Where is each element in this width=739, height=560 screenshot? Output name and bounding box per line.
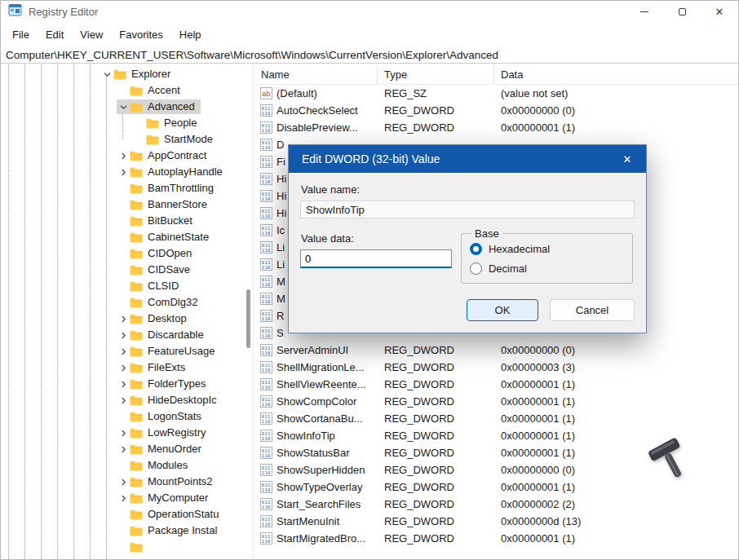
- chevron-icon[interactable]: [117, 329, 130, 342]
- tree-item-mycomputer[interactable]: MyComputer: [1, 490, 253, 506]
- dword-value-icon: 011 110: [260, 515, 272, 527]
- tree-item-appcontract[interactable]: AppContract: [1, 148, 253, 164]
- menu-item-edit[interactable]: Edit: [38, 25, 72, 44]
- chevron-icon[interactable]: [117, 459, 130, 472]
- maximize-button[interactable]: [663, 1, 701, 22]
- column-header-name[interactable]: Name: [255, 64, 378, 84]
- menu-item-view[interactable]: View: [72, 25, 111, 44]
- list-row-shellmigrationle[interactable]: ab 011 110 ShellMigrationLe... REG_DWORD…: [255, 359, 738, 376]
- list-row-serveradminui[interactable]: ab 011 110 ServerAdminUI REG_DWORD 0x000…: [255, 342, 738, 359]
- chevron-icon[interactable]: [117, 524, 130, 537]
- tree-item-bitbucket[interactable]: BitBucket: [1, 213, 253, 229]
- chevron-icon[interactable]: [117, 149, 130, 162]
- tree-item-mountpoints2[interactable]: MountPoints2: [1, 474, 253, 490]
- list-row-startmigratedbro[interactable]: ab 011 110 StartMigratedBro... REG_DWORD…: [255, 530, 738, 547]
- close-button[interactable]: ✕: [701, 1, 738, 22]
- menu-item-help[interactable]: Help: [171, 25, 210, 44]
- value-data-field[interactable]: [300, 249, 452, 268]
- chevron-icon[interactable]: [117, 280, 130, 293]
- list-row-disablepreview[interactable]: ab 011 110 DisablePreview... REG_DWORD 0…: [255, 119, 738, 136]
- chevron-icon[interactable]: [117, 231, 130, 244]
- list-row-default[interactable]: ab 011 110 (Default) REG_SZ (value not s…: [255, 85, 738, 102]
- tree-item-cabinetstate[interactable]: CabinetState: [1, 229, 253, 245]
- chevron-icon[interactable]: [117, 394, 130, 407]
- chevron-icon[interactable]: [117, 84, 130, 97]
- dialog-titlebar[interactable]: Edit DWORD (32-bit) Value ✕: [289, 145, 646, 173]
- chevron-icon[interactable]: [117, 198, 130, 211]
- tree-item-clsid[interactable]: CLSID: [1, 278, 253, 294]
- tree-item-package-instal[interactable]: Package Instal: [1, 523, 253, 539]
- tree-item-logonstats[interactable]: LogonStats: [1, 408, 253, 425]
- tree-item-accent[interactable]: Accent: [1, 82, 253, 99]
- chevron-icon[interactable]: [133, 117, 146, 130]
- tree-item-people[interactable]: People: [1, 115, 253, 131]
- tree-scrollbar-thumb[interactable]: [246, 289, 250, 348]
- chevron-icon[interactable]: [133, 133, 146, 146]
- svg-text:011: 011: [262, 431, 271, 436]
- ok-button[interactable]: OK: [467, 299, 538, 321]
- tree-item-menuorder[interactable]: MenuOrder: [1, 441, 253, 457]
- tree-item-cidopen[interactable]: CIDOpen: [1, 245, 253, 262]
- chevron-icon[interactable]: [117, 475, 130, 488]
- list-row-startmenuinit[interactable]: ab 011 110 StartMenuInit REG_DWORD 0x000…: [255, 513, 738, 530]
- list-row-start-searchfiles[interactable]: ab 011 110 Start_SearchFiles REG_DWORD 0…: [255, 496, 738, 513]
- column-header-data[interactable]: Data: [494, 64, 738, 84]
- menu-item-file[interactable]: File: [4, 25, 38, 44]
- chevron-icon[interactable]: [117, 426, 130, 439]
- tree-item-desktop[interactable]: Desktop: [1, 311, 253, 327]
- chevron-icon[interactable]: [117, 214, 130, 227]
- chevron-icon[interactable]: [117, 508, 130, 521]
- chevron-icon[interactable]: [117, 247, 130, 260]
- chevron-icon[interactable]: [117, 296, 130, 309]
- tree-item-advanced[interactable]: Advanced: [1, 99, 253, 115]
- chevron-icon[interactable]: [117, 443, 130, 456]
- chevron-icon[interactable]: [117, 100, 130, 113]
- column-header-type[interactable]: Type: [378, 64, 494, 84]
- chevron-icon[interactable]: [117, 377, 130, 390]
- tree-item-hidedesktopic[interactable]: HideDesktopIc: [1, 392, 253, 408]
- tree-item-autoplayhandle[interactable]: AutoplayHandle: [1, 164, 253, 180]
- tree-item-explorer[interactable]: Explorer: [1, 66, 253, 82]
- chevron-icon[interactable]: [117, 361, 130, 374]
- tree-item-operationstatu[interactable]: OperationStatu: [1, 506, 253, 523]
- chevron-icon[interactable]: [117, 410, 130, 423]
- chevron-icon[interactable]: [117, 540, 130, 553]
- value-name-field[interactable]: [300, 201, 635, 218]
- folder-icon: [130, 542, 144, 553]
- chevron-icon[interactable]: [117, 263, 130, 276]
- chevron-icon[interactable]: [100, 68, 113, 81]
- cancel-button[interactable]: Cancel: [550, 299, 635, 321]
- tree-item-bamthrottling[interactable]: BamThrottling: [1, 180, 253, 196]
- menu-item-favorites[interactable]: Favorites: [111, 25, 170, 44]
- chevron-icon[interactable]: [117, 345, 130, 358]
- tree-item-startmode[interactable]: StartMode: [1, 131, 253, 148]
- tree-item-modules[interactable]: Modules: [1, 457, 253, 474]
- tree-item-fileexts[interactable]: FileExts: [1, 359, 253, 376]
- chevron-icon[interactable]: [117, 165, 130, 179]
- tree-item-foldertypes[interactable]: FolderTypes: [1, 376, 253, 392]
- minimize-button[interactable]: [626, 1, 663, 22]
- list-row-showcompcolor[interactable]: ab 011 110 ShowCompColor REG_DWORD 0x000…: [255, 393, 738, 410]
- value-type: REG_DWORD: [378, 121, 494, 134]
- tree-item-discardable[interactable]: Discardable: [1, 327, 253, 343]
- tree-item-cidsave[interactable]: CIDSave: [1, 262, 253, 278]
- svg-text:011: 011: [262, 294, 271, 299]
- tree-item-featureusage[interactable]: FeatureUsage: [1, 343, 253, 359]
- dialog-close-button[interactable]: ✕: [608, 145, 646, 173]
- tree-item-bannerstore[interactable]: BannerStore: [1, 196, 253, 213]
- list-row-shellviewreente[interactable]: ab 011 110 ShellViewReente... REG_DWORD …: [255, 376, 738, 393]
- address-bar[interactable]: Computer\HKEY_CURRENT_USER\Software\Micr…: [1, 46, 738, 64]
- value-data: 0x00000003 (3): [494, 361, 738, 373]
- tree-item-lowregistry[interactable]: LowRegistry: [1, 425, 253, 441]
- list-row-showcortanabu[interactable]: ab 011 110 ShowCortanaBu... REG_DWORD 0x…: [255, 410, 738, 427]
- chevron-icon[interactable]: [117, 492, 130, 505]
- list-row-autocheckselect[interactable]: ab 011 110 AutoCheckSelect REG_DWORD 0x0…: [255, 102, 738, 119]
- tree-item-clipped[interactable]: [1, 539, 253, 555]
- chevron-icon[interactable]: [117, 312, 130, 325]
- radio-hexadecimal[interactable]: Hexadecimal: [470, 243, 624, 255]
- tree-item-comdlg32[interactable]: ComDlg32: [1, 294, 253, 311]
- tree-scrollbar[interactable]: [246, 64, 251, 559]
- chevron-icon[interactable]: [117, 182, 130, 195]
- radio-decimal[interactable]: Decimal: [470, 262, 624, 275]
- folder-icon: [130, 281, 144, 292]
